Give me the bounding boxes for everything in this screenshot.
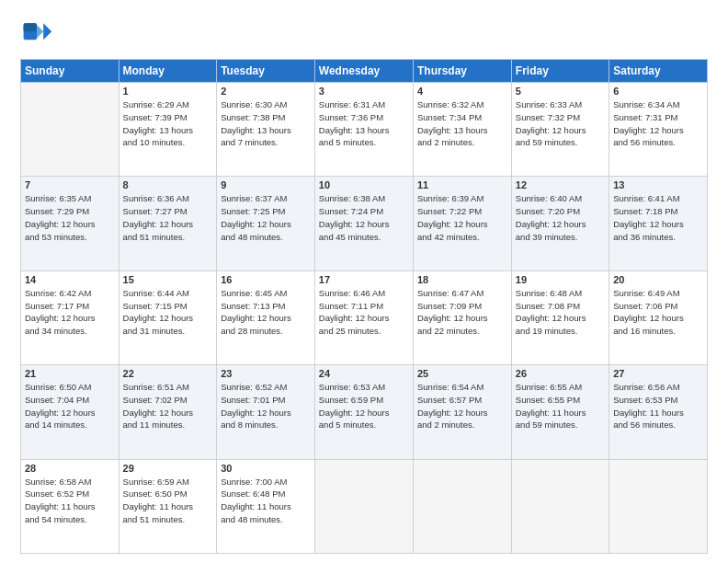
day-detail: Sunrise: 6:59 AMSunset: 6:50 PMDaylight:… bbox=[123, 476, 213, 526]
day-detail: Sunrise: 6:48 AMSunset: 7:08 PMDaylight:… bbox=[516, 287, 605, 338]
calendar-cell: 11Sunrise: 6:39 AMSunset: 7:22 PMDayligh… bbox=[413, 177, 511, 270]
day-number: 2 bbox=[221, 86, 311, 97]
day-number: 17 bbox=[319, 274, 409, 285]
calendar-cell: 20Sunrise: 6:49 AMSunset: 7:06 PMDayligh… bbox=[609, 270, 708, 364]
day-detail: Sunrise: 6:41 AMSunset: 7:18 PMDaylight:… bbox=[613, 192, 703, 243]
day-detail: Sunrise: 6:37 AMSunset: 7:25 PMDaylight:… bbox=[221, 192, 311, 243]
calendar-cell: 12Sunrise: 6:40 AMSunset: 7:20 PMDayligh… bbox=[511, 177, 609, 270]
day-detail: Sunrise: 6:45 AMSunset: 7:13 PMDaylight:… bbox=[221, 287, 311, 338]
calendar-cell: 8Sunrise: 6:36 AMSunset: 7:27 PMDaylight… bbox=[119, 177, 217, 270]
column-header-tuesday: Tuesday bbox=[217, 60, 315, 83]
calendar-cell: 29Sunrise: 6:59 AMSunset: 6:50 PMDayligh… bbox=[119, 459, 217, 553]
calendar-cell: 2Sunrise: 6:30 AMSunset: 7:38 PMDaylight… bbox=[217, 83, 315, 177]
day-number: 8 bbox=[123, 179, 213, 190]
calendar-cell: 13Sunrise: 6:41 AMSunset: 7:18 PMDayligh… bbox=[609, 177, 708, 270]
calendar-week-row: 7Sunrise: 6:35 AMSunset: 7:29 PMDaylight… bbox=[21, 177, 708, 270]
day-number: 27 bbox=[613, 368, 703, 379]
calendar-cell: 26Sunrise: 6:55 AMSunset: 6:55 PMDayligh… bbox=[511, 365, 609, 459]
calendar-cell: 10Sunrise: 6:38 AMSunset: 7:24 PMDayligh… bbox=[314, 177, 413, 270]
calendar-week-row: 21Sunrise: 6:50 AMSunset: 7:04 PMDayligh… bbox=[21, 365, 708, 459]
day-detail: Sunrise: 6:31 AMSunset: 7:36 PMDaylight:… bbox=[319, 98, 409, 149]
calendar-cell bbox=[21, 83, 119, 177]
day-detail: Sunrise: 6:29 AMSunset: 7:39 PMDaylight:… bbox=[123, 98, 213, 149]
day-detail: Sunrise: 6:35 AMSunset: 7:29 PMDaylight:… bbox=[25, 192, 115, 243]
day-number: 10 bbox=[319, 179, 409, 190]
day-number: 25 bbox=[417, 368, 507, 379]
calendar-cell: 19Sunrise: 6:48 AMSunset: 7:08 PMDayligh… bbox=[511, 270, 609, 364]
calendar-cell: 23Sunrise: 6:52 AMSunset: 7:01 PMDayligh… bbox=[217, 365, 315, 459]
calendar-cell: 15Sunrise: 6:44 AMSunset: 7:15 PMDayligh… bbox=[119, 270, 217, 364]
day-number: 18 bbox=[417, 274, 507, 285]
day-detail: Sunrise: 6:51 AMSunset: 7:02 PMDaylight:… bbox=[123, 381, 213, 431]
day-detail: Sunrise: 6:47 AMSunset: 7:09 PMDaylight:… bbox=[417, 287, 507, 338]
calendar-week-row: 1Sunrise: 6:29 AMSunset: 7:39 PMDaylight… bbox=[21, 83, 708, 177]
day-number: 21 bbox=[25, 368, 115, 379]
svg-rect-3 bbox=[24, 23, 37, 31]
day-number: 13 bbox=[613, 179, 703, 190]
day-number: 1 bbox=[123, 86, 213, 97]
day-detail: Sunrise: 6:49 AMSunset: 7:06 PMDaylight:… bbox=[613, 287, 703, 338]
day-number: 19 bbox=[516, 274, 605, 285]
calendar-cell: 21Sunrise: 6:50 AMSunset: 7:04 PMDayligh… bbox=[21, 365, 119, 459]
calendar-cell: 28Sunrise: 6:58 AMSunset: 6:52 PMDayligh… bbox=[21, 459, 119, 553]
day-number: 24 bbox=[319, 368, 409, 379]
calendar-cell: 14Sunrise: 6:42 AMSunset: 7:17 PMDayligh… bbox=[21, 270, 119, 364]
day-number: 28 bbox=[25, 463, 115, 474]
day-detail: Sunrise: 6:30 AMSunset: 7:38 PMDaylight:… bbox=[221, 98, 311, 149]
calendar-week-row: 28Sunrise: 6:58 AMSunset: 6:52 PMDayligh… bbox=[21, 459, 708, 553]
day-number: 26 bbox=[516, 368, 605, 379]
calendar-cell: 6Sunrise: 6:34 AMSunset: 7:31 PMDaylight… bbox=[609, 83, 708, 177]
calendar-cell: 1Sunrise: 6:29 AMSunset: 7:39 PMDaylight… bbox=[119, 83, 217, 177]
calendar-week-row: 14Sunrise: 6:42 AMSunset: 7:17 PMDayligh… bbox=[21, 270, 708, 364]
day-detail: Sunrise: 6:46 AMSunset: 7:11 PMDaylight:… bbox=[319, 287, 409, 338]
day-detail: Sunrise: 6:56 AMSunset: 6:53 PMDaylight:… bbox=[613, 381, 703, 431]
calendar-cell: 17Sunrise: 6:46 AMSunset: 7:11 PMDayligh… bbox=[314, 270, 413, 364]
calendar-cell: 3Sunrise: 6:31 AMSunset: 7:36 PMDaylight… bbox=[314, 83, 413, 177]
day-detail: Sunrise: 6:33 AMSunset: 7:32 PMDaylight:… bbox=[516, 98, 605, 149]
day-number: 11 bbox=[417, 179, 507, 190]
calendar-cell: 5Sunrise: 6:33 AMSunset: 7:32 PMDaylight… bbox=[511, 83, 609, 177]
day-number: 14 bbox=[25, 274, 115, 285]
day-detail: Sunrise: 6:53 AMSunset: 6:59 PMDaylight:… bbox=[319, 381, 409, 431]
column-header-wednesday: Wednesday bbox=[314, 60, 413, 83]
header bbox=[20, 17, 708, 50]
calendar-cell: 18Sunrise: 6:47 AMSunset: 7:09 PMDayligh… bbox=[413, 270, 511, 364]
day-number: 29 bbox=[123, 463, 213, 474]
calendar-cell: 24Sunrise: 6:53 AMSunset: 6:59 PMDayligh… bbox=[314, 365, 413, 459]
calendar-header-row: SundayMondayTuesdayWednesdayThursdayFrid… bbox=[21, 60, 708, 83]
column-header-sunday: Sunday bbox=[21, 60, 119, 83]
day-number: 6 bbox=[613, 86, 703, 97]
day-number: 16 bbox=[221, 274, 311, 285]
day-number: 9 bbox=[221, 179, 311, 190]
day-detail: Sunrise: 6:44 AMSunset: 7:15 PMDaylight:… bbox=[123, 287, 213, 338]
day-number: 22 bbox=[123, 368, 213, 379]
day-detail: Sunrise: 6:32 AMSunset: 7:34 PMDaylight:… bbox=[417, 98, 507, 149]
calendar-cell bbox=[413, 459, 511, 553]
day-detail: Sunrise: 6:40 AMSunset: 7:20 PMDaylight:… bbox=[516, 192, 605, 243]
day-number: 12 bbox=[516, 179, 605, 190]
calendar-cell: 4Sunrise: 6:32 AMSunset: 7:34 PMDaylight… bbox=[413, 83, 511, 177]
logo-icon bbox=[20, 17, 53, 50]
day-detail: Sunrise: 6:42 AMSunset: 7:17 PMDaylight:… bbox=[25, 287, 115, 338]
day-detail: Sunrise: 7:00 AMSunset: 6:48 PMDaylight:… bbox=[221, 476, 311, 526]
calendar-cell: 9Sunrise: 6:37 AMSunset: 7:25 PMDaylight… bbox=[217, 177, 315, 270]
calendar-cell: 27Sunrise: 6:56 AMSunset: 6:53 PMDayligh… bbox=[609, 365, 708, 459]
calendar-cell: 30Sunrise: 7:00 AMSunset: 6:48 PMDayligh… bbox=[217, 459, 315, 553]
day-detail: Sunrise: 6:50 AMSunset: 7:04 PMDaylight:… bbox=[25, 381, 115, 431]
day-detail: Sunrise: 6:52 AMSunset: 7:01 PMDaylight:… bbox=[221, 381, 311, 431]
calendar-cell bbox=[609, 459, 708, 553]
calendar-cell: 7Sunrise: 6:35 AMSunset: 7:29 PMDaylight… bbox=[21, 177, 119, 270]
page: SundayMondayTuesdayWednesdayThursdayFrid… bbox=[0, 0, 728, 563]
svg-marker-0 bbox=[43, 23, 51, 40]
calendar-table: SundayMondayTuesdayWednesdayThursdayFrid… bbox=[20, 59, 708, 554]
calendar-cell: 16Sunrise: 6:45 AMSunset: 7:13 PMDayligh… bbox=[217, 270, 315, 364]
calendar-cell: 25Sunrise: 6:54 AMSunset: 6:57 PMDayligh… bbox=[413, 365, 511, 459]
column-header-monday: Monday bbox=[119, 60, 217, 83]
day-number: 4 bbox=[417, 86, 507, 97]
day-number: 5 bbox=[516, 86, 605, 97]
calendar-cell: 22Sunrise: 6:51 AMSunset: 7:02 PMDayligh… bbox=[119, 365, 217, 459]
calendar-cell bbox=[511, 459, 609, 553]
day-number: 30 bbox=[221, 463, 311, 474]
logo bbox=[20, 17, 57, 50]
column-header-friday: Friday bbox=[511, 60, 609, 83]
